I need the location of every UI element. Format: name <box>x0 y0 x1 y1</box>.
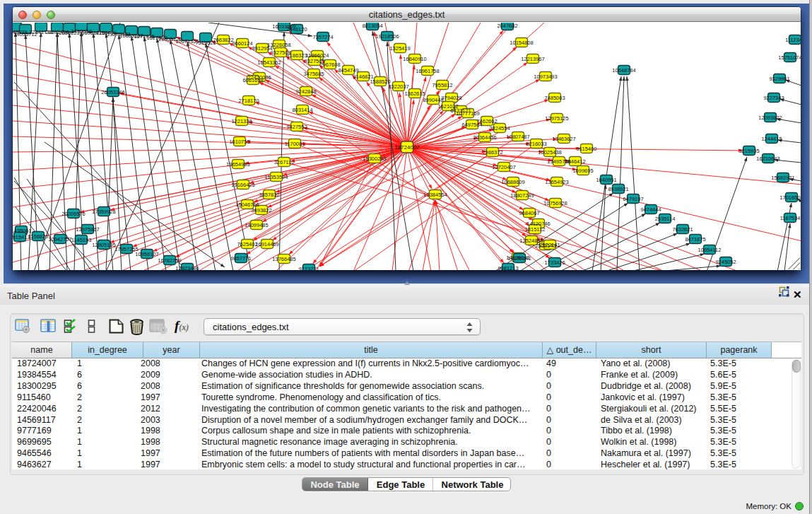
svg-text:3857832: 3857832 <box>259 192 279 198</box>
svg-text:7485063: 7485063 <box>544 95 565 101</box>
svg-text:16961758: 16961758 <box>416 68 439 74</box>
svg-text:10688609: 10688609 <box>501 179 524 185</box>
svg-text:9684067: 9684067 <box>519 210 539 216</box>
svg-text:1244415: 1244415 <box>761 136 782 142</box>
svg-text:10973493: 10973493 <box>534 74 557 80</box>
svg-text:13766485: 13766485 <box>272 256 295 262</box>
svg-text:1640951: 1640951 <box>596 177 616 183</box>
svg-text:7462662: 7462662 <box>476 118 497 124</box>
svg-text:13654923: 13654923 <box>545 179 568 185</box>
svg-text:10654112: 10654112 <box>698 247 722 253</box>
svg-text:8938921: 8938921 <box>608 186 628 192</box>
svg-text:9245052: 9245052 <box>715 259 736 265</box>
svg-text:9646412: 9646412 <box>565 158 585 165</box>
svg-text:10154808: 10154808 <box>510 40 533 46</box>
svg-text:19654985: 19654985 <box>226 161 249 168</box>
svg-text:8322037: 8322037 <box>388 83 408 90</box>
svg-text:12905135: 12905135 <box>92 242 115 248</box>
svg-text:15751074: 15751074 <box>778 54 801 61</box>
svg-text:1815112: 1815112 <box>525 226 546 233</box>
svg-text:3493822: 3493822 <box>251 207 271 214</box>
svg-text:8813054: 8813054 <box>362 23 382 29</box>
svg-text:1588520: 1588520 <box>370 78 390 85</box>
svg-text:11353594: 11353594 <box>265 174 288 180</box>
svg-text:9242848: 9242848 <box>295 88 316 95</box>
svg-text:13226058: 13226058 <box>267 42 290 48</box>
svg-text:17016504: 17016504 <box>779 194 801 201</box>
svg-text:2718170: 2718170 <box>238 98 259 104</box>
svg-text:14136141: 14136141 <box>507 255 531 262</box>
svg-text:20364436: 20364436 <box>473 134 496 141</box>
svg-text:20206576: 20206576 <box>61 211 85 217</box>
svg-text:13463627: 13463627 <box>552 136 575 142</box>
svg-text:15692971: 15692971 <box>771 175 794 181</box>
svg-text:6216033: 6216033 <box>526 141 546 147</box>
svg-text:7955812: 7955812 <box>432 82 452 88</box>
svg-text:2967608: 2967608 <box>319 62 340 68</box>
svg-text:9857771: 9857771 <box>230 255 251 262</box>
svg-text:1221338: 1221338 <box>231 118 252 124</box>
svg-text:2935114: 2935114 <box>655 216 676 222</box>
svg-text:9427552: 9427552 <box>286 124 307 130</box>
svg-text:3824554: 3824554 <box>489 125 510 132</box>
svg-text:1170081: 1170081 <box>285 141 305 147</box>
svg-text:1699695: 1699695 <box>572 168 593 174</box>
svg-text:10777169: 10777169 <box>456 110 479 117</box>
svg-text:7625402: 7625402 <box>237 241 257 247</box>
svg-text:18807249: 18807249 <box>510 192 534 199</box>
svg-text:8990448: 8990448 <box>423 97 443 103</box>
svg-text:18724007: 18724007 <box>394 144 420 151</box>
svg-text:9474444: 9474444 <box>640 206 661 213</box>
svg-text:19218506: 19218506 <box>375 33 399 40</box>
svg-text:12942757: 12942757 <box>48 236 71 243</box>
svg-text:7632621: 7632621 <box>672 226 693 233</box>
svg-text:7663822: 7663822 <box>213 37 233 43</box>
svg-text:1167534: 1167534 <box>780 215 801 221</box>
svg-text:16543362: 16543362 <box>257 59 281 66</box>
svg-text:12923446: 12923446 <box>175 265 199 270</box>
svg-text:2047682: 2047682 <box>497 23 517 29</box>
svg-text:1362615: 1362615 <box>404 90 425 97</box>
svg-text:9273271: 9273271 <box>298 266 319 270</box>
svg-text:8031414: 8031414 <box>292 107 312 113</box>
svg-text:7986372: 7986372 <box>482 149 502 156</box>
svg-text:3475685: 3475685 <box>303 71 324 77</box>
svg-text:16210643: 16210643 <box>756 156 779 162</box>
svg-text:7515526: 7515526 <box>195 40 216 46</box>
svg-text:1156829: 1156829 <box>28 233 49 240</box>
svg-text:1610755: 1610755 <box>229 139 249 145</box>
svg-text:6061658: 6061658 <box>242 77 263 83</box>
svg-text:13975867: 13975867 <box>76 226 99 233</box>
svg-text:2946120: 2946120 <box>286 26 307 33</box>
svg-text:8471875: 8471875 <box>685 236 705 243</box>
svg-text:1325419: 1325419 <box>389 45 410 52</box>
svg-text:10958107: 10958107 <box>135 251 158 257</box>
svg-text:10648784: 10648784 <box>612 67 635 74</box>
svg-text:15300293: 15300293 <box>363 156 386 162</box>
svg-text:19166425: 19166425 <box>231 182 254 188</box>
svg-text:14099485: 14099485 <box>245 222 268 228</box>
svg-text:17359928: 17359928 <box>92 209 115 215</box>
svg-text:8454749: 8454749 <box>338 67 358 74</box>
svg-text:10756928: 10756928 <box>543 200 567 206</box>
svg-text:2522141: 2522141 <box>539 242 560 248</box>
svg-text:12213967: 12213967 <box>521 56 544 62</box>
svg-text:1733426: 1733426 <box>544 259 565 266</box>
svg-text:9227343: 9227343 <box>763 95 784 101</box>
svg-text:16782759: 16782759 <box>158 257 181 264</box>
svg-text:26053346: 26053346 <box>101 89 124 95</box>
svg-text:16914469: 16914469 <box>255 241 278 247</box>
svg-text:12975125: 12975125 <box>545 115 568 122</box>
svg-text:9794028: 9794028 <box>441 95 461 101</box>
svg-text:1112345: 1112345 <box>785 37 801 43</box>
svg-text:12720407: 12720407 <box>492 164 515 170</box>
svg-text:7357274: 7357274 <box>312 34 333 40</box>
svg-text:10025438: 10025438 <box>538 149 561 156</box>
svg-text:3267110: 3267110 <box>274 159 295 165</box>
svg-text:9081213: 9081213 <box>498 265 518 270</box>
svg-text:9329961: 9329961 <box>769 76 789 82</box>
svg-text:3215935: 3215935 <box>739 148 759 154</box>
svg-text:10807487: 10807487 <box>506 134 529 140</box>
svg-text:9115460: 9115460 <box>577 146 597 152</box>
svg-text:16640910: 16640910 <box>403 56 426 62</box>
